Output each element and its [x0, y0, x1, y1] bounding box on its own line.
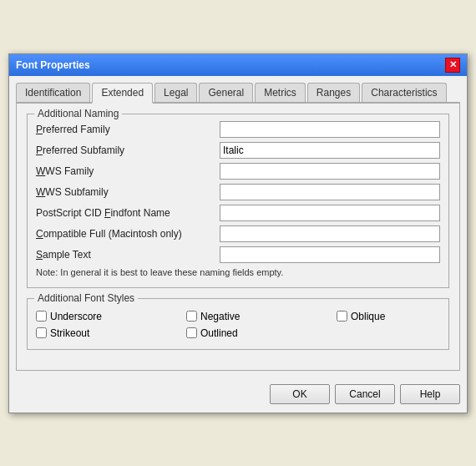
- preferred-family-row: Preferred Family: [36, 121, 440, 138]
- wws-family-row: WWS Family: [36, 163, 440, 180]
- wws-subfamily-row: WWS Subfamily: [36, 184, 440, 200]
- tab-characteristics[interactable]: Characteristics: [362, 83, 446, 102]
- tab-identification[interactable]: Identification: [16, 83, 90, 102]
- outlined-checkbox[interactable]: [186, 327, 197, 338]
- outlined-item: Outlined: [186, 327, 337, 339]
- sample-text-label: Sample Text: [36, 249, 220, 261]
- naming-note: Note: In general it is best to leave the…: [36, 267, 440, 277]
- footer: OK Cancel Help: [9, 377, 467, 413]
- compatible-full-input[interactable]: [220, 225, 440, 242]
- postscript-cid-row: PostScript CID Findfont Name: [36, 205, 440, 221]
- window-content: Identification Extended Legal General Me…: [9, 76, 467, 377]
- wws-subfamily-label: WWS Subfamily: [36, 186, 220, 198]
- preferred-family-input[interactable]: [220, 121, 440, 138]
- window-title: Font Properties: [16, 59, 90, 71]
- strikeout-item: Strikeout: [36, 327, 186, 339]
- negative-label: Negative: [200, 311, 240, 322]
- underscore-label: Underscore: [50, 311, 102, 322]
- underscore-checkbox[interactable]: [36, 311, 47, 322]
- compatible-full-row: Compatible Full (Macintosh only): [36, 225, 440, 242]
- naming-group-label: Additional Naming: [34, 108, 122, 119]
- tab-general[interactable]: General: [199, 83, 253, 102]
- oblique-item: Oblique: [337, 311, 476, 322]
- sample-text-input[interactable]: [220, 246, 440, 263]
- negative-item: Negative: [186, 311, 337, 322]
- empty-cell: [337, 327, 476, 339]
- strikeout-label: Strikeout: [50, 327, 89, 339]
- oblique-checkbox[interactable]: [337, 311, 347, 322]
- wws-family-label: WWS Family: [36, 165, 220, 177]
- preferred-subfamily-input[interactable]: [220, 142, 440, 159]
- tab-legal[interactable]: Legal: [154, 83, 197, 102]
- tab-ranges[interactable]: Ranges: [307, 83, 360, 102]
- tab-metrics[interactable]: Metrics: [255, 83, 306, 102]
- font-properties-window: Font Properties ✕ Identification Extende…: [8, 53, 468, 413]
- tab-bar: Identification Extended Legal General Me…: [16, 83, 460, 104]
- wws-subfamily-input[interactable]: [220, 184, 440, 200]
- tab-extended[interactable]: Extended: [92, 83, 153, 104]
- checkbox-grid: Underscore Negative Oblique: [36, 311, 440, 339]
- compatible-full-label: Compatible Full (Macintosh only): [36, 228, 220, 240]
- oblique-label: Oblique: [351, 311, 385, 322]
- help-button[interactable]: Help: [400, 384, 460, 404]
- ok-button[interactable]: OK: [270, 384, 330, 404]
- sample-text-row: Sample Text: [36, 246, 440, 263]
- styles-group: Additional Font Styles Underscore Negati…: [27, 298, 449, 350]
- strikeout-checkbox[interactable]: [36, 327, 47, 338]
- preferred-subfamily-label: Preferred Subfamily: [36, 144, 220, 156]
- naming-group: Additional Naming Preferred Family Prefe…: [27, 114, 449, 288]
- negative-checkbox[interactable]: [186, 311, 197, 322]
- close-button[interactable]: ✕: [445, 58, 460, 73]
- outlined-label: Outlined: [200, 327, 238, 339]
- styles-group-label: Additional Font Styles: [34, 292, 138, 304]
- title-bar: Font Properties ✕: [9, 54, 467, 76]
- postscript-cid-label: PostScript CID Findfont Name: [36, 207, 220, 219]
- cancel-button[interactable]: Cancel: [335, 384, 395, 404]
- preferred-family-label: Preferred Family: [36, 124, 220, 135]
- preferred-subfamily-row: Preferred Subfamily: [36, 142, 440, 159]
- postscript-cid-input[interactable]: [220, 205, 440, 221]
- wws-family-input[interactable]: [220, 163, 440, 180]
- underscore-item: Underscore: [36, 311, 186, 322]
- tab-content: Additional Naming Preferred Family Prefe…: [16, 104, 460, 371]
